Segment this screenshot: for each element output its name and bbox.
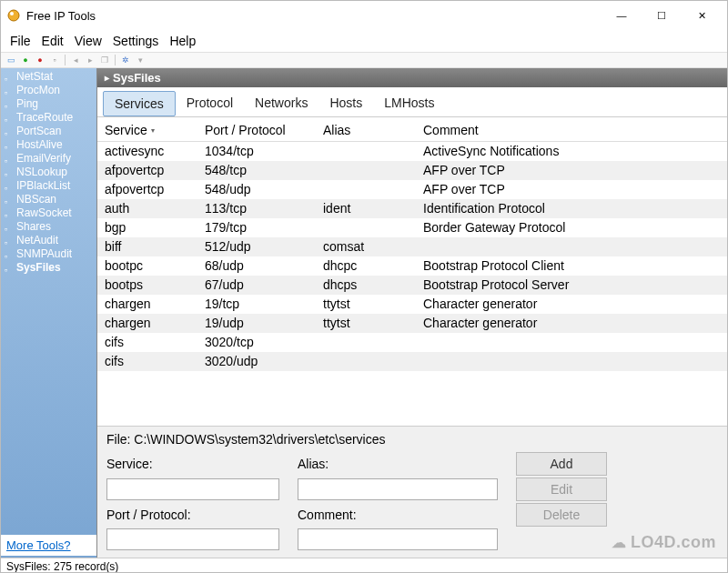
sidebar-item-emailverify[interactable]: ▫EmailVerify — [1, 152, 96, 166]
minimize-button[interactable]: — — [602, 3, 642, 28]
table-row[interactable]: chargen19/udpttytstCharacter generator — [97, 314, 727, 333]
cell-comment: Border Gateway Protocol — [423, 218, 720, 237]
sidebar-item-netstat[interactable]: ▫NetStat — [1, 70, 96, 84]
table-row[interactable]: bgp179/tcpBorder Gateway Protocol — [97, 218, 727, 237]
tab-services[interactable]: Services — [103, 91, 176, 116]
sidebar-item-label: SysFiles — [16, 261, 61, 275]
tab-lmhosts[interactable]: LMHosts — [373, 91, 445, 116]
cell-port: 179/tcp — [205, 218, 323, 237]
sidebar-item-hostalive[interactable]: ▫HostAlive — [1, 138, 96, 152]
cell-alias — [323, 333, 423, 352]
col-port[interactable]: Port / Protocol — [205, 123, 323, 137]
sidebar-item-icon: ▫ — [5, 168, 14, 177]
sidebar-item-procmon[interactable]: ▫ProcMon — [1, 84, 96, 97]
toolbar-nav-fwd-icon[interactable]: ▸ — [84, 54, 96, 66]
cloud-icon: ☁ — [612, 534, 627, 551]
cell-service: cifs — [105, 352, 205, 371]
table-row[interactable]: bootps67/udpdhcpsBootstrap Protocol Serv… — [97, 276, 727, 295]
table-row[interactable]: chargen19/tcpttytstCharacter generator — [97, 295, 727, 314]
alias-input[interactable] — [298, 478, 498, 500]
comment-input[interactable] — [298, 528, 498, 550]
sidebar-item-ipblacklist[interactable]: ▫IPBlackList — [1, 179, 96, 193]
sidebar-item-icon: ▫ — [5, 236, 14, 246]
menu-help[interactable]: Help — [164, 32, 201, 50]
panel-title: SysFiles — [113, 71, 161, 85]
grid-scroll[interactable]: Service▾ Port / Protocol Alias Comment a… — [97, 117, 727, 426]
tab-hosts[interactable]: Hosts — [318, 91, 373, 116]
sidebar-item-icon: ▫ — [5, 141, 14, 150]
table-row[interactable]: afpovertcp548/tcpAFP over TCP — [97, 161, 727, 180]
sidebar-item-icon: ▫ — [5, 250, 14, 259]
label-alias: Alias: — [298, 457, 498, 471]
sidebar-item-snmpaudit[interactable]: ▫SNMPAudit — [1, 247, 96, 261]
tab-networks[interactable]: Networks — [244, 91, 318, 116]
cell-service: bootps — [105, 276, 205, 295]
sidebar-item-shares[interactable]: ▫Shares — [1, 220, 96, 234]
more-tools-link[interactable]: More Tools? — [6, 538, 71, 552]
sidebar-item-icon: ▫ — [5, 182, 14, 191]
toolbar-stop-icon[interactable]: ● — [34, 54, 46, 66]
toolbar-nav-back-icon[interactable]: ◂ — [69, 54, 82, 66]
cell-port: 3020/udp — [205, 352, 323, 371]
cell-comment: Bootstrap Protocol Client — [423, 256, 720, 276]
close-button[interactable]: ✕ — [682, 3, 722, 28]
sidebar-item-icon: ▫ — [5, 100, 14, 109]
sidebar-item-label: EmailVerify — [16, 152, 71, 166]
toolbar-copy-icon[interactable]: ❐ — [98, 54, 111, 66]
titlebar: Free IP Tools — ☐ ✕ — [1, 1, 727, 30]
service-input[interactable] — [106, 478, 279, 500]
table-row[interactable]: cifs3020/udp — [97, 352, 727, 371]
toolbar-refresh-icon[interactable]: ● — [19, 54, 32, 66]
sidebar-item-sysfiles[interactable]: ▫SysFiles — [1, 261, 96, 275]
sidebar-item-ping[interactable]: ▫Ping — [1, 97, 96, 111]
sidebar-item-netaudit[interactable]: ▫NetAudit — [1, 234, 96, 247]
table-row[interactable]: cifs3020/tcp — [97, 333, 727, 352]
cell-comment — [423, 352, 720, 371]
sidebar-item-nbscan[interactable]: ▫NBScan — [1, 193, 96, 206]
toolbar-new-icon[interactable]: ▭ — [5, 54, 17, 66]
label-port: Port / Protocol: — [106, 508, 279, 522]
sidebar-item-icon: ▫ — [5, 73, 14, 82]
menu-edit[interactable]: Edit — [36, 32, 69, 50]
toolbar-save-icon[interactable]: ▫ — [48, 54, 61, 66]
col-comment[interactable]: Comment — [423, 123, 720, 137]
grid-header: Service▾ Port / Protocol Alias Comment — [97, 117, 727, 142]
table-row[interactable]: biff512/udpcomsat — [97, 237, 727, 256]
cell-service: afpovertcp — [105, 180, 205, 199]
cell-port: 1034/tcp — [205, 142, 323, 161]
sidebar-item-traceroute[interactable]: ▫TraceRoute — [1, 111, 96, 125]
toolbar-filter-icon[interactable]: ▾ — [134, 54, 147, 66]
port-input[interactable] — [106, 528, 279, 550]
cell-alias: ttytst — [323, 295, 423, 314]
cell-comment: Identification Protocol — [423, 199, 720, 218]
sidebar-item-rawsocket[interactable]: ▫RawSocket — [1, 206, 96, 220]
tab-protocol[interactable]: Protocol — [176, 91, 244, 116]
col-alias[interactable]: Alias — [323, 123, 423, 137]
maximize-button[interactable]: ☐ — [642, 3, 682, 28]
col-service[interactable]: Service▾ — [105, 123, 205, 137]
table-row[interactable]: afpovertcp548/udpAFP over TCP — [97, 180, 727, 199]
menu-view[interactable]: View — [69, 32, 107, 50]
delete-button[interactable]: Delete — [516, 503, 607, 527]
tabs: ServicesProtocolNetworksHostsLMHosts — [97, 87, 727, 117]
cell-port: 113/tcp — [205, 199, 323, 218]
sidebar-item-icon: ▫ — [5, 264, 14, 273]
sidebar-item-label: HostAlive — [16, 138, 63, 152]
cell-comment: Bootstrap Protocol Server — [423, 276, 720, 295]
table-row[interactable]: bootpc68/udpdhcpcBootstrap Protocol Clie… — [97, 256, 727, 276]
add-button[interactable]: Add — [516, 452, 607, 476]
cell-port: 19/tcp — [205, 295, 323, 314]
cell-service: cifs — [105, 333, 205, 352]
menu-settings[interactable]: Settings — [107, 32, 165, 50]
edit-button[interactable]: Edit — [516, 478, 607, 501]
table-row[interactable]: activesync1034/tcpActiveSync Notificatio… — [97, 142, 727, 161]
table-row[interactable]: auth113/tcpidentIdentification Protocol — [97, 199, 727, 218]
cell-alias — [323, 142, 423, 161]
sidebar-item-nslookup[interactable]: ▫NSLookup — [1, 166, 96, 179]
sidebar-item-portscan[interactable]: ▫PortScan — [1, 125, 96, 138]
sidebar-item-icon: ▫ — [5, 196, 14, 205]
sidebar-item-icon: ▫ — [5, 86, 14, 96]
toolbar-settings-icon[interactable]: ✲ — [119, 54, 132, 66]
cell-port: 512/udp — [205, 237, 323, 256]
menu-file[interactable]: File — [5, 32, 36, 50]
